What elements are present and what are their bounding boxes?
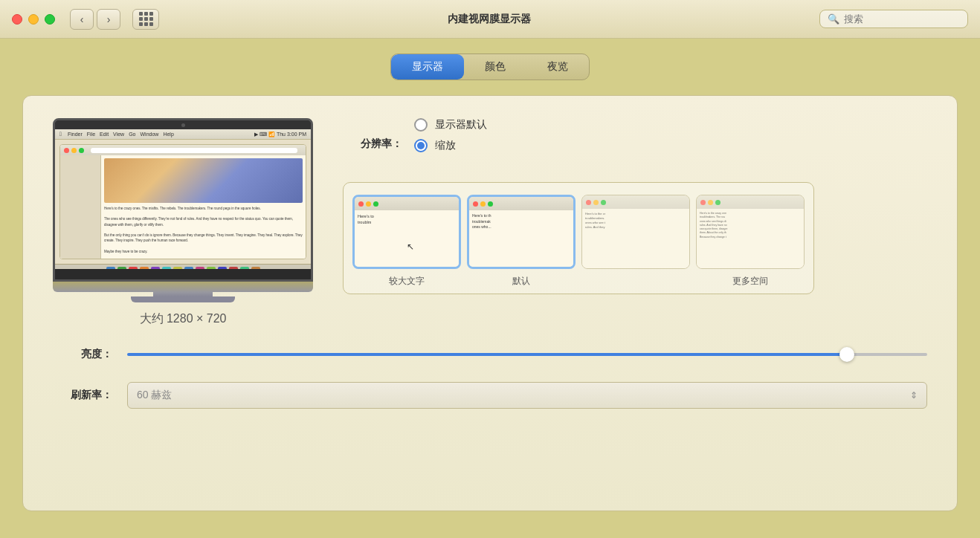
dock-icon (173, 267, 182, 270)
res-thumb-more-space-2[interactable]: Here's to the crazy onetroublmakers. The… (696, 195, 805, 269)
lw-address (91, 148, 297, 153)
dock-icon (117, 267, 126, 270)
dock-icon (140, 267, 149, 270)
res-thumb-large-text[interactable]: Here's totroublm ↖ (352, 195, 461, 269)
laptop-container:  Finder File Edit View Go Window Help (53, 118, 313, 302)
thumb-titlebar (582, 195, 689, 209)
menubar-items: Finder File Edit View Go Window Help (68, 132, 174, 137)
brightness-label: 亮度： (53, 348, 112, 361)
dock-icon (240, 267, 249, 270)
tab-bar: 显示器 颜色 夜览 (22, 54, 958, 80)
menubar-item: Help (163, 132, 173, 137)
thumb-maximize (373, 201, 378, 207)
menubar-item: View (113, 132, 124, 137)
maximize-button[interactable] (45, 14, 55, 25)
thumb-titlebar (469, 197, 573, 210)
traffic-lights (12, 14, 55, 25)
grid-icon (139, 12, 153, 26)
thumb-close (358, 201, 364, 207)
dock-icon (129, 267, 138, 270)
minimize-button[interactable] (28, 14, 39, 25)
back-button[interactable]: ‹ (70, 9, 94, 30)
window-title: 内建视网膜显示器 (168, 13, 810, 26)
dock-icon (184, 267, 193, 270)
thumb-titlebar (355, 197, 459, 210)
lw-titlebar (60, 145, 306, 155)
radio-inner (417, 142, 425, 149)
forward-button[interactable]: › (97, 9, 120, 30)
radio-default-label: 显示器默认 (435, 118, 487, 132)
lw-maximize (79, 148, 84, 153)
menubar-apple:  (59, 131, 62, 137)
dock-icon (196, 267, 204, 270)
search-bar[interactable]: 🔍 (819, 10, 968, 28)
laptop-screen:  Finder File Edit View Go Window Help (53, 118, 313, 282)
laptop-text-content: Here's to the crazy ones. The misfits. T… (104, 206, 303, 259)
settings-panel:  Finder File Edit View Go Window Help (22, 95, 958, 511)
refresh-rate-value: 60 赫兹 (137, 389, 172, 402)
laptop-screen-content:  Finder File Edit View Go Window Help (55, 129, 311, 269)
search-icon: 🔍 (828, 13, 839, 25)
lw-sidebar (60, 155, 101, 259)
res-labels: 较大文字 默认 更多空间 (352, 275, 805, 288)
thumb-body: Here's totroublm (355, 210, 459, 267)
thumb-maximize (488, 201, 493, 207)
brightness-slider[interactable] (127, 353, 927, 356)
resolution-layout:  Finder File Edit View Go Window Help (53, 118, 927, 327)
radio-row-scaled: 缩放 (414, 139, 487, 152)
thumb-body: Here's to the crtroublemakers.ones who s… (582, 209, 689, 268)
laptop-preview:  Finder File Edit View Go Window Help (53, 118, 313, 327)
tab-display[interactable]: 显示器 (391, 54, 464, 80)
lw-hero-image (104, 158, 303, 203)
lw-main: Here's to the crazy ones. The misfits. T… (101, 155, 306, 259)
radio-default[interactable] (414, 118, 428, 132)
stepper-icon: ⇕ (910, 390, 918, 401)
tab-night[interactable]: 夜览 (526, 54, 589, 80)
radio-row-default: 显示器默认 (414, 118, 487, 132)
tab-color[interactable]: 颜色 (464, 54, 526, 80)
thumb-titlebar (697, 195, 804, 209)
res-label-default: 默认 (467, 275, 576, 288)
thumb-maximize (601, 200, 606, 205)
thumb-minimize (593, 200, 599, 205)
thumb-body: Here's to the crazy onetroublmakers. The… (697, 209, 804, 268)
thumb-minimize (366, 201, 371, 207)
thumb-minimize (708, 200, 713, 205)
nav-buttons: ‹ › (70, 9, 120, 30)
dock-bar (55, 264, 311, 269)
res-label-more1 (581, 275, 690, 288)
lw-close (64, 148, 69, 153)
resolution-label: 分辨率： (343, 137, 402, 151)
main-content: 显示器 颜色 夜览  (0, 39, 980, 538)
laptop-foot (131, 296, 235, 302)
radio-scaled-label: 缩放 (435, 139, 456, 152)
laptop-menubar:  Finder File Edit View Go Window Help (55, 129, 311, 140)
res-thumbnails: Here's totroublm ↖ (352, 195, 805, 269)
menubar-right: ▶ ⌨ 📶 Thu 3:00 PM (254, 132, 306, 137)
refresh-rate-label: 刷新率： (53, 389, 112, 402)
thumb-close (700, 200, 706, 205)
radio-scaled[interactable] (414, 139, 428, 152)
thumb-maximize (715, 200, 721, 205)
laptop-base (53, 282, 313, 292)
menubar-item: Go (129, 132, 135, 137)
tab-group: 显示器 颜色 夜览 (390, 54, 590, 80)
dock-icon (162, 267, 171, 270)
resolution-top: 分辨率： 显示器默认 缩放 (343, 118, 814, 170)
grid-view-button[interactable] (132, 9, 159, 30)
dock-icon (251, 267, 260, 270)
resolution-right: 分辨率： 显示器默认 缩放 (343, 118, 814, 294)
dock-icon (106, 267, 115, 270)
radio-group: 显示器默认 缩放 (414, 118, 487, 152)
lw-minimize (71, 148, 77, 153)
res-thumb-more-space-1[interactable]: Here's to the crtroublemakers.ones who s… (581, 195, 690, 269)
menubar-item: File (87, 132, 95, 137)
close-button[interactable] (12, 14, 22, 25)
brightness-thumb[interactable] (839, 347, 854, 362)
res-label-large: 较大文字 (352, 275, 461, 288)
res-thumb-default[interactable]: Here's to thtroublemakones who... (467, 195, 576, 269)
thumb-minimize (480, 201, 486, 207)
search-input[interactable] (844, 13, 955, 25)
dock-icon (151, 267, 160, 270)
refresh-rate-select[interactable]: 60 赫兹 ⇕ (127, 382, 927, 409)
